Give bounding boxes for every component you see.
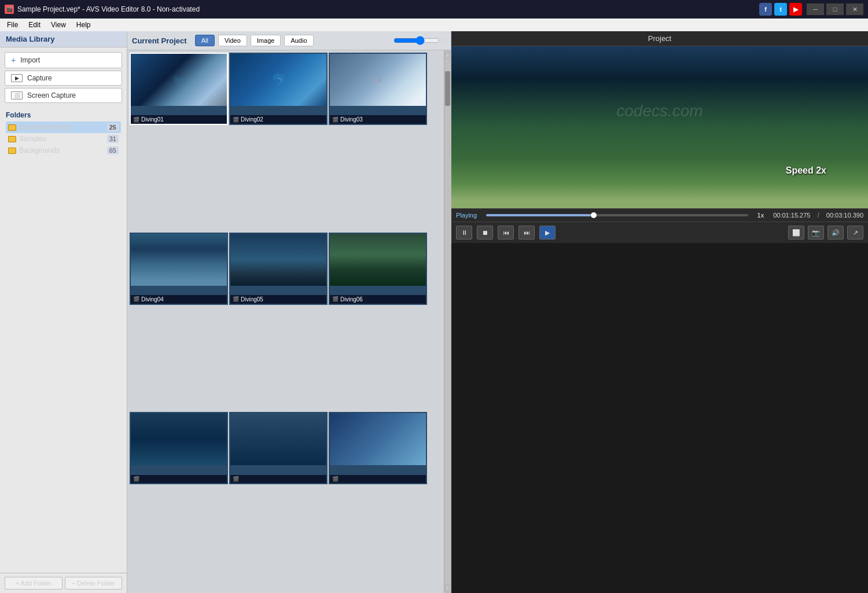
snapshot-button[interactable]: 📷 — [808, 226, 824, 240]
media-library-title: Media Library — [0, 31, 127, 47]
screen-capture-icon: ⬜ — [11, 91, 23, 100]
playback-status: Playing — [456, 212, 477, 219]
capture-button[interactable]: ▶ Capture — [5, 71, 122, 86]
twitter-icon[interactable]: t — [774, 3, 787, 16]
speed-label: Speed 2x — [786, 165, 826, 176]
thumbnail-size-slider: □ □ — [388, 36, 446, 45]
video-icon-5: 🎬 — [233, 296, 239, 302]
menu-edit[interactable]: Edit — [24, 20, 45, 30]
screen-capture-label: Screen Capture — [27, 91, 76, 100]
folder-current-project-count: 25 — [107, 123, 119, 131]
import-button[interactable]: + Import — [5, 52, 122, 68]
pause-button[interactable]: ⏸ — [456, 226, 472, 240]
preview-progress-area — [486, 214, 748, 216]
media-browser-header: Current Project All Video Image Audio □ … — [127, 31, 451, 50]
filter-audio[interactable]: Audio — [284, 35, 313, 46]
media-thumb-diving04[interactable]: 🎬 Diving04 — [130, 233, 228, 305]
preview-area: codecs.com Speed 2x — [451, 46, 868, 208]
media-thumb-diving03[interactable]: ⛵ 🎬 Diving03 — [329, 53, 427, 125]
media-thumb-diving06[interactable]: 🎬 Diving06 — [329, 233, 427, 305]
center-panel: Current Project All Video Image Audio □ … — [127, 31, 451, 593]
folders-title: Folders — [6, 111, 121, 119]
media-thumb-diving05[interactable]: 🎬 Diving05 — [229, 233, 328, 305]
prev-frame-button[interactable]: ⏮ — [498, 226, 514, 240]
video-icon-9: 🎬 — [332, 476, 339, 482]
window-title: Sample Project.vep* - AVS Video Editor 8… — [17, 5, 200, 13]
filter-all[interactable]: All — [195, 35, 215, 46]
preview-scrubber[interactable] — [486, 214, 748, 216]
size-range-input[interactable] — [393, 36, 440, 45]
preview-controls-bar: Playing 1x 00:01:15.275 / 00:03:10.390 — [451, 208, 868, 222]
left-panel: Media Library + Import ▶ Capture ⬜ Scree… — [0, 31, 127, 593]
next-frame-button[interactable]: ⏭ — [518, 226, 535, 240]
folder-current-project[interactable]: Current Project 25 — [6, 121, 121, 133]
thumb-label-diving01: Diving01 — [141, 116, 164, 123]
capture-label: Capture — [27, 74, 52, 82]
add-folder-button[interactable]: + Add Folder — [5, 577, 62, 590]
thumb-label-diving06: Diving06 — [340, 296, 363, 303]
folder-samples-count: 31 — [107, 135, 119, 143]
fullscreen-button[interactable]: ⬜ — [788, 226, 804, 240]
thumb-label-diving02: Diving02 — [241, 116, 263, 123]
minimize-button[interactable]: ─ — [807, 3, 824, 15]
stop-button[interactable]: ⏹ — [477, 226, 493, 240]
video-icon-6: 🎬 — [332, 296, 339, 302]
video-icon-4: 🎬 — [133, 296, 139, 302]
thumb-label-diving05: Diving05 — [241, 296, 263, 303]
title-bar: 🎬 Sample Project.vep* - AVS Video Editor… — [0, 0, 868, 19]
media-thumb-diving08[interactable]: 🎬 — [229, 412, 328, 484]
screen-capture-button[interactable]: ⬜ Screen Capture — [5, 88, 122, 103]
menu-help[interactable]: Help — [72, 20, 95, 30]
media-thumb-diving09[interactable]: 🎬 — [329, 412, 427, 484]
facebook-icon[interactable]: f — [759, 3, 772, 16]
preview-playback-buttons: ⏸ ⏹ ⏮ ⏭ ▶ ⬜ 📷 🔊 ↗ — [451, 222, 868, 243]
delete-folder-button[interactable]: − Delete Folder — [65, 577, 123, 590]
preview-panel: Project codecs.com Speed 2x Playing 1x 0… — [451, 31, 868, 593]
menu-view[interactable]: View — [46, 20, 71, 30]
folder-samples[interactable]: Samples 31 — [6, 133, 121, 145]
volume-button[interactable]: 🔊 — [827, 226, 844, 240]
folder-current-project-label: Current Project — [19, 123, 69, 131]
folder-samples-label: Samples — [19, 135, 46, 143]
size-small-icon: □ — [388, 38, 391, 43]
time-separator: / — [817, 211, 819, 219]
filter-image[interactable]: Image — [251, 35, 281, 46]
video-icon-3: 🎬 — [332, 117, 339, 123]
folder-backgrounds-count: 65 — [107, 146, 119, 154]
current-project-title: Current Project — [132, 36, 187, 45]
youtube-icon[interactable]: ▶ — [789, 3, 802, 16]
menu-file[interactable]: File — [2, 20, 23, 30]
import-label: Import — [20, 56, 40, 64]
thumb-label-diving04: Diving04 — [141, 296, 164, 303]
close-button[interactable]: ✕ — [846, 3, 863, 15]
expand-button[interactable]: ↗ — [847, 226, 863, 240]
media-grid: 🐦 🎬 Diving01 🐬 🎬 Diving02 — [127, 50, 444, 593]
filter-video[interactable]: Video — [218, 35, 247, 46]
play-button[interactable]: ▶ — [539, 226, 556, 240]
media-thumb-diving01[interactable]: 🐦 🎬 Diving01 — [130, 53, 228, 125]
menu-bar: File Edit View Help — [0, 19, 868, 31]
video-icon-2: 🎬 — [233, 117, 239, 123]
size-large-icon: □ — [442, 36, 446, 45]
video-icon: 🎬 — [133, 117, 139, 123]
folder-icon-samples — [8, 136, 16, 142]
folder-backgrounds-label: Backgrounds — [19, 146, 60, 154]
social-icons: f t ▶ — [759, 3, 802, 16]
preview-title: Project — [451, 31, 868, 46]
video-icon-8: 🎬 — [233, 476, 239, 482]
folder-icon-current — [8, 124, 16, 131]
media-thumb-diving02[interactable]: 🐬 🎬 Diving02 — [229, 53, 328, 125]
watermark: codecs.com — [616, 102, 703, 120]
folder-backgrounds[interactable]: Backgrounds 65 — [6, 145, 121, 156]
thumb-label-diving03: Diving03 — [340, 116, 363, 123]
scrollbar-thumb[interactable] — [445, 71, 450, 106]
media-thumb-diving07[interactable]: 🎬 — [130, 412, 228, 484]
maximize-button[interactable]: □ — [826, 3, 844, 15]
time-total: 00:03:10.390 — [826, 212, 863, 219]
app-icon: 🎬 — [5, 5, 14, 14]
capture-icon: ▶ — [11, 74, 23, 82]
media-scrollbar[interactable]: ▲ ▼ — [444, 50, 451, 593]
time-current: 00:01:15.275 — [773, 212, 810, 219]
video-icon-7: 🎬 — [133, 476, 139, 482]
folder-icon-backgrounds — [8, 148, 16, 154]
